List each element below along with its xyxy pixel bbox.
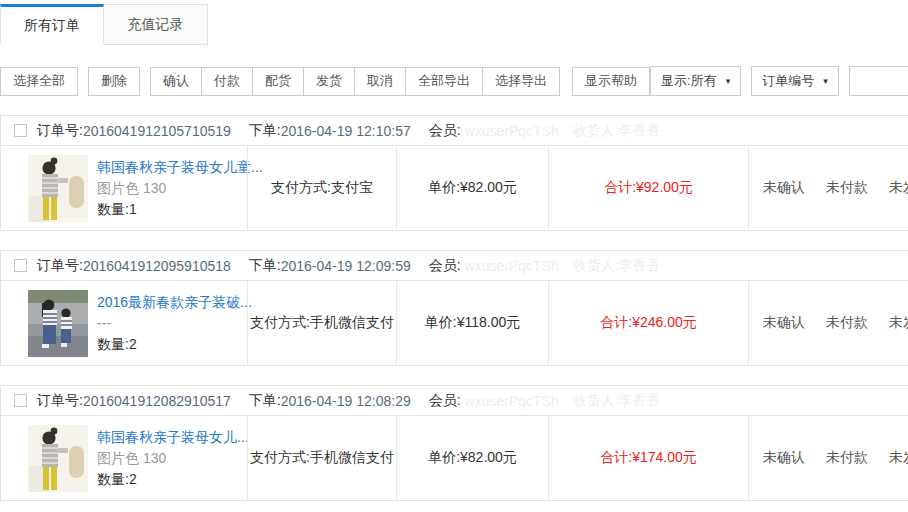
order-block: 订单号:2016041912082910517 下单:2016-04-19 12… [0, 385, 908, 501]
order-no-label: 订单号: [37, 122, 83, 140]
delete-button[interactable]: 删除 [88, 67, 140, 96]
unit-price: 单价:¥82.00元 [396, 416, 548, 500]
status-unpaid: 未付款 [826, 179, 868, 197]
product-variant: --- [97, 315, 252, 331]
member-label: 会员: [429, 392, 461, 410]
status-unconfirmed: 未确认 [763, 449, 805, 467]
product-thumbnail[interactable] [28, 425, 88, 492]
receiver-masked-value: 收货人:李香香 [573, 122, 661, 140]
status-cell: 未确认 未付款 未发货 [748, 146, 908, 230]
member-label: 会员: [429, 122, 461, 140]
payment-method: 支付方式:手机微信支付 [247, 281, 396, 365]
pay-button[interactable]: 付款 [201, 67, 253, 96]
allocate-button[interactable]: 配货 [252, 67, 304, 96]
member-label: 会员: [429, 257, 461, 275]
payment-method: 支付方式:支付宝 [247, 146, 396, 230]
member-masked-value: wxuserPqcTSh [465, 123, 559, 139]
status-unshipped: 未发货 [889, 179, 908, 197]
tab-all-orders[interactable]: 所有订单 [0, 4, 104, 45]
status-cell: 未确认 未付款 未发货 [748, 416, 908, 500]
status-unconfirmed: 未确认 [763, 179, 805, 197]
cancel-button[interactable]: 取消 [354, 67, 406, 96]
status-cell: 未确认 未付款 未发货 [748, 281, 908, 365]
export-all-button[interactable]: 全部导出 [405, 67, 483, 96]
payment-method: 支付方式:手机微信支付 [247, 416, 396, 500]
product-variant: 图片色 130 [97, 450, 249, 466]
order-no-label: 订单号: [37, 257, 83, 275]
order-no-label: 订单号: [37, 392, 83, 410]
product-title-link[interactable]: 韩国春秋亲子装母女儿... [97, 429, 249, 445]
tab-bar: 所有订单 充值记录 [0, 4, 908, 45]
placed-label: 下单: [249, 392, 281, 410]
member-masked-value: wxuserPqcTSh [465, 258, 559, 274]
status-unshipped: 未发货 [889, 314, 908, 332]
product-thumbnail[interactable] [28, 290, 88, 357]
product-quantity: 数量:2 [97, 336, 252, 352]
toolbar-right: 显示:所有 ▾ 订单编号 ▾ [650, 66, 908, 96]
product-title-link[interactable]: 韩国春秋亲子装母女儿童... [97, 159, 263, 175]
product-info: 韩国春秋亲子装母女儿童... 图片色 130 数量:1 [97, 159, 263, 217]
chevron-down-icon: ▾ [823, 77, 828, 86]
status-unpaid: 未付款 [826, 314, 868, 332]
order-no-value: 2016041912105710519 [83, 123, 231, 139]
product-info: 2016最新春款亲子装破... --- 数量:2 [97, 294, 252, 352]
order-total: 合计:¥92.00元 [548, 146, 748, 230]
product-cell: 韩国春秋亲子装母女儿童... 图片色 130 数量:1 [1, 146, 247, 230]
placed-label: 下单: [249, 257, 281, 275]
order-total: 合计:¥174.00元 [548, 416, 748, 500]
order-block: 订单号:2016041912105710519 下单:2016-04-19 12… [0, 115, 908, 231]
product-quantity: 数量:1 [97, 201, 263, 217]
order-row: 韩国春秋亲子装母女儿... 图片色 130 数量:2 支付方式:手机微信支付 单… [1, 415, 908, 500]
order-header: 订单号:2016041912095910518 下单:2016-04-19 12… [1, 251, 908, 280]
placed-value: 2016-04-19 12:10:57 [281, 123, 411, 139]
receiver-masked-value: 收货人:李香香 [573, 257, 661, 275]
product-quantity: 数量:2 [97, 471, 249, 487]
status-unshipped: 未发货 [889, 449, 908, 467]
order-header: 订单号:2016041912105710519 下单:2016-04-19 12… [1, 116, 908, 145]
member-masked-value: wxuserPqcTSh [465, 393, 559, 409]
ship-button[interactable]: 发货 [303, 67, 355, 96]
order-action-button-group: 确认 付款 配货 发货 取消 全部导出 选择导出 [150, 67, 560, 96]
order-row: 2016最新春款亲子装破... --- 数量:2 支付方式:手机微信支付 单价:… [1, 280, 908, 365]
placed-label: 下单: [249, 122, 281, 140]
unit-price: 单价:¥82.00元 [396, 146, 548, 230]
confirm-button[interactable]: 确认 [150, 67, 202, 96]
product-cell: 2016最新春款亲子装破... --- 数量:2 [1, 281, 247, 365]
product-thumbnail[interactable] [28, 155, 88, 222]
select-all-button[interactable]: 选择全部 [0, 67, 78, 96]
order-block: 订单号:2016041912095910518 下单:2016-04-19 12… [0, 250, 908, 366]
search-type-label: 订单编号 [762, 72, 814, 90]
order-header: 订单号:2016041912082910517 下单:2016-04-19 12… [1, 386, 908, 415]
order-no-value: 2016041912082910517 [83, 393, 231, 409]
chevron-down-icon: ▾ [726, 77, 731, 86]
order-checkbox[interactable] [14, 124, 27, 137]
orders-page: 所有订单 充值记录 选择全部 删除 确认 付款 配货 发货 取消 全部导出 选择… [0, 4, 908, 501]
export-selected-button[interactable]: 选择导出 [482, 67, 560, 96]
unit-price: 单价:¥118.00元 [396, 281, 548, 365]
product-title-link[interactable]: 2016最新春款亲子装破... [97, 294, 252, 310]
status-unpaid: 未付款 [826, 449, 868, 467]
order-total: 合计:¥246.00元 [548, 281, 748, 365]
status-unconfirmed: 未确认 [763, 314, 805, 332]
product-cell: 韩国春秋亲子装母女儿... 图片色 130 数量:2 [1, 416, 247, 500]
order-row: 韩国春秋亲子装母女儿童... 图片色 130 数量:1 支付方式:支付宝 单价:… [1, 145, 908, 230]
search-type-dropdown[interactable]: 订单编号 ▾ [751, 66, 839, 96]
order-search-input[interactable] [849, 66, 908, 96]
product-info: 韩国春秋亲子装母女儿... 图片色 130 数量:2 [97, 429, 249, 487]
order-no-value: 2016041912095910518 [83, 258, 231, 274]
product-variant: 图片色 130 [97, 180, 263, 196]
show-filter-dropdown[interactable]: 显示:所有 ▾ [650, 66, 741, 96]
order-toolbar: 选择全部 删除 确认 付款 配货 发货 取消 全部导出 选择导出 显示帮助 显示… [0, 66, 908, 96]
receiver-masked-value: 收货人:李香香 [573, 392, 661, 410]
order-checkbox[interactable] [14, 394, 27, 407]
show-help-button[interactable]: 显示帮助 [572, 67, 650, 96]
tab-recharge-records[interactable]: 充值记录 [104, 4, 208, 45]
placed-value: 2016-04-19 12:08:29 [281, 393, 411, 409]
placed-value: 2016-04-19 12:09:59 [281, 258, 411, 274]
show-filter-label: 显示:所有 [661, 72, 717, 90]
order-checkbox[interactable] [14, 259, 27, 272]
